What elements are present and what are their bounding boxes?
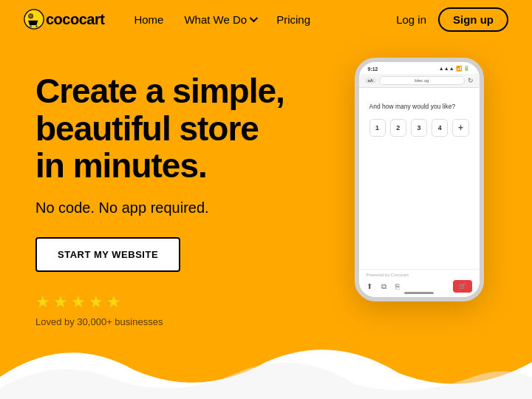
logo[interactable]: cococart: [24, 9, 104, 30]
star-3: ★: [71, 293, 86, 312]
phone-num-plus[interactable]: +: [452, 119, 468, 137]
phone-cart-button[interactable]: 🛒: [453, 280, 472, 293]
svg-point-4: [30, 25, 32, 27]
browser-refresh-icon: ↻: [468, 77, 474, 84]
hero-left: Create a simple, beautiful store in minu…: [35, 65, 341, 327]
phone-mockup: 9:12 ▲▲▲ 📶 🔋 aA blec.sg ↻ And how many w…: [341, 58, 497, 301]
nav-actions: Log in Sign up: [396, 7, 508, 32]
logo-cart: cart: [79, 11, 105, 27]
phone-wrapper: 9:12 ▲▲▲ 📶 🔋 aA blec.sg ↻ And how many w…: [355, 58, 484, 301]
browser-url: blec.sg: [379, 76, 464, 85]
star-5: ★: [106, 293, 121, 312]
phone-number-row: 1 2 3 4 +: [369, 119, 469, 137]
navbar: cococart Home What We Do Pricing Log in …: [0, 0, 532, 38]
svg-point-3: [30, 15, 30, 16]
phone-time: 9:12: [368, 66, 378, 72]
hero-title: Create a simple, beautiful store in minu…: [35, 72, 341, 185]
star-4: ★: [89, 293, 103, 312]
star-1: ★: [35, 293, 50, 312]
chevron-down-icon: [250, 14, 258, 22]
phone-content: And how many would you like? 1 2 3 4 +: [359, 88, 480, 144]
star-rating: ★ ★ ★ ★ ★: [35, 293, 341, 312]
nav-pricing[interactable]: Pricing: [276, 13, 310, 26]
phone-tabs-icon[interactable]: ⧉: [381, 282, 386, 291]
phone-copy-icon[interactable]: ⎘: [395, 282, 400, 291]
phone-num-4[interactable]: 4: [432, 119, 448, 137]
svg-point-2: [29, 14, 32, 17]
svg-point-5: [35, 25, 38, 27]
phone-icons-row: ⬆ ⧉ ⎘: [366, 282, 400, 291]
browser-aa: aA: [365, 78, 377, 83]
phone-num-2[interactable]: 2: [390, 119, 406, 137]
login-button[interactable]: Log in: [396, 13, 426, 26]
nav-links: Home What We Do Pricing: [134, 13, 396, 26]
phone-outer: 9:12 ▲▲▲ 📶 🔋 aA blec.sg ↻ And how many w…: [355, 58, 484, 301]
phone-question: And how many would you like?: [369, 103, 469, 110]
logo-icon: [24, 9, 44, 30]
phone-screen: 9:12 ▲▲▲ 📶 🔋 aA blec.sg ↻ And how many w…: [359, 62, 480, 297]
phone-browser-bar: aA blec.sg ↻: [359, 74, 480, 88]
star-2: ★: [53, 293, 68, 312]
signup-button[interactable]: Sign up: [438, 7, 508, 32]
nav-home[interactable]: Home: [134, 13, 163, 26]
phone-statusbar: 9:12 ▲▲▲ 📶 🔋: [359, 62, 480, 74]
phone-num-3[interactable]: 3: [411, 119, 427, 137]
wave-decoration: [0, 332, 532, 399]
powered-text: Powered by Cococart: [366, 273, 472, 277]
phone-num-1[interactable]: 1: [369, 119, 386, 137]
cart-icon: 🛒: [459, 283, 466, 290]
hero-subtitle: No code. No app required.: [35, 200, 341, 216]
phone-home-indicator: [404, 292, 434, 294]
nav-what-we-do[interactable]: What We Do: [184, 13, 256, 26]
phone-share-icon[interactable]: ⬆: [366, 282, 372, 291]
svg-point-0: [24, 10, 44, 29]
logo-coco: coco: [46, 11, 79, 27]
phone-signal: ▲▲▲ 📶 🔋: [439, 66, 471, 72]
loved-text: Loved by 30,000+ businesses: [35, 316, 341, 327]
cta-button[interactable]: START MY WEBSITE: [35, 237, 180, 272]
phone-action-bar: ⬆ ⧉ ⎘ 🛒: [366, 280, 472, 293]
